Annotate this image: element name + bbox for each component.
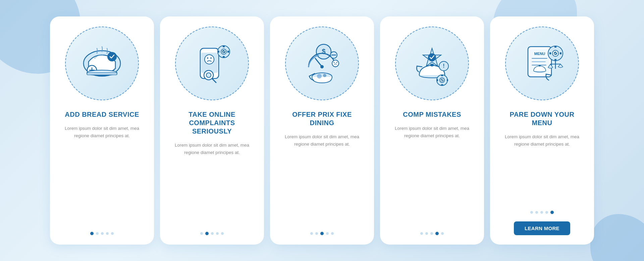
svg-point-36 [430, 64, 434, 66]
dot-4-4 [435, 232, 439, 235]
dot-2-1 [200, 232, 203, 235]
dot-3-2 [315, 232, 318, 235]
svg-point-7 [205, 55, 214, 64]
svg-rect-13 [223, 46, 225, 47]
card-pare-down-menu: MENU [490, 16, 594, 245]
card-3-dots [310, 232, 334, 235]
cards-container: ADD BREAD SERVICE Lorem ipsum dolor sit … [43, 10, 601, 251]
svg-point-29 [336, 62, 337, 63]
svg-rect-41 [441, 75, 443, 76]
dot-4-3 [430, 232, 433, 235]
card-3-description: Lorem ipsum dolor sit dim amet, mea regi… [279, 133, 365, 148]
card-2-description: Lorem ipsum dolor sit dim amet, mea regi… [169, 142, 255, 156]
svg-rect-4 [87, 73, 117, 75]
card-5-title: PARE DOWN YOUR MENU [499, 110, 585, 127]
card-2-dots [200, 232, 224, 235]
card-4-title: COMP MISTAKES [403, 110, 461, 119]
online-complaints-icon [185, 37, 239, 90]
dot-3-3 [320, 232, 324, 235]
svg-text:!: ! [443, 63, 444, 69]
dot-4-5 [441, 232, 444, 235]
card-5-icon-area: MENU [505, 27, 579, 100]
dot-5-1 [530, 211, 533, 214]
card-1-dots [90, 232, 114, 235]
svg-point-28 [334, 62, 335, 63]
card-4-description: Lorem ipsum dolor sit dim amet, mea regi… [389, 125, 475, 139]
svg-point-24 [320, 65, 324, 68]
card-take-online-complaints: TAKE ONLINE COMPLAINTS SERIOUSLY Lorem i… [160, 16, 264, 245]
comp-mistakes-icon: ! [405, 37, 459, 90]
dot-2-2 [205, 232, 209, 235]
dot-1-5 [111, 232, 114, 235]
svg-point-9 [210, 57, 212, 59]
bread-service-icon [75, 37, 129, 90]
dot-2-5 [221, 232, 224, 235]
dot-3-4 [326, 232, 329, 235]
svg-rect-15 [227, 51, 229, 53]
dot-1-3 [101, 232, 104, 235]
dot-5-5 [550, 211, 554, 214]
card-4-dots [420, 232, 444, 235]
dot-2-4 [216, 232, 219, 235]
card-5-dots [530, 211, 554, 214]
dot-5-2 [535, 211, 538, 214]
svg-rect-59 [549, 52, 551, 54]
svg-point-8 [207, 57, 208, 59]
pare-down-menu-icon: MENU [515, 37, 569, 90]
svg-point-31 [317, 74, 322, 79]
svg-point-27 [332, 60, 339, 67]
dot-4-1 [420, 232, 423, 235]
card-1-title: ADD BREAD SERVICE [65, 110, 139, 119]
dot-1-1 [90, 232, 94, 235]
dot-1-4 [106, 232, 109, 235]
dot-2-3 [211, 232, 214, 235]
card-1-icon-area [65, 27, 139, 100]
learn-more-button[interactable]: LEARN MORE [514, 221, 570, 235]
dot-3-1 [310, 232, 313, 235]
svg-point-32 [323, 74, 326, 77]
svg-rect-14 [223, 56, 225, 58]
svg-rect-42 [441, 84, 443, 86]
card-1-description: Lorem ipsum dolor sit dim amet, mea regi… [59, 125, 145, 139]
card-5-description: Lorem ipsum dolor sit dim amet, mea regi… [499, 133, 585, 148]
dot-3-5 [331, 232, 334, 235]
svg-rect-16 [218, 51, 219, 53]
card-2-title: TAKE ONLINE COMPLAINTS SERIOUSLY [169, 110, 255, 136]
card-4-icon-area: ! [395, 27, 469, 100]
svg-text:MENU: MENU [534, 52, 545, 56]
dot-5-3 [540, 211, 543, 214]
dot-4-2 [425, 232, 428, 235]
svg-point-19 [206, 73, 211, 77]
dot-1-2 [96, 232, 99, 235]
prix-fixe-icon: $ [295, 37, 349, 90]
svg-rect-56 [554, 46, 556, 48]
card-3-icon-area: $ [285, 27, 359, 100]
svg-line-20 [212, 79, 216, 83]
svg-rect-43 [447, 79, 448, 81]
card-2-icon-area [175, 27, 249, 100]
card-3-title: OFFER PRIX FIXE DINING [279, 110, 365, 127]
dot-5-4 [545, 211, 548, 214]
svg-point-53 [539, 65, 541, 66]
card-offer-prix-fixe: $ [270, 16, 374, 245]
svg-rect-44 [437, 79, 438, 81]
card-comp-mistakes: ! COMP MISTAKES Lorem ipsum dolor sit di… [380, 16, 484, 245]
svg-rect-58 [560, 52, 561, 54]
card-add-bread-service: ADD BREAD SERVICE Lorem ipsum dolor sit … [50, 16, 154, 245]
